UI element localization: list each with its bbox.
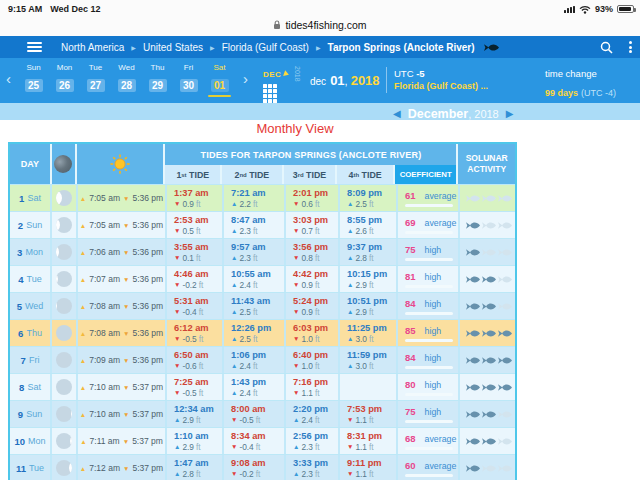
day-chip[interactable]: Thu 29 bbox=[142, 63, 173, 97]
fish-icon bbox=[466, 378, 480, 396]
tide-direction-icon: ▲ bbox=[231, 335, 237, 343]
tide-time: 7:16 pm bbox=[293, 376, 328, 388]
day-chip[interactable]: Wed 28 bbox=[111, 63, 142, 97]
tide-2-cell: 1:06 pm ▲2.4ft bbox=[224, 347, 286, 373]
calendar-grid-icon bbox=[263, 84, 289, 103]
menu-icon[interactable] bbox=[27, 40, 42, 54]
tide-direction-icon: ▼ bbox=[174, 362, 180, 370]
tide-4-cell: 8:55 pm ▲2.6ft bbox=[340, 212, 398, 238]
tide-height: 2.3 bbox=[239, 253, 251, 264]
fish-icon bbox=[466, 270, 480, 288]
tide-3-cell: 5:24 pm ▼0.9ft bbox=[286, 293, 340, 319]
tide-height: 2.6 bbox=[355, 226, 367, 237]
day-name: Tue bbox=[27, 274, 42, 284]
cellular-signal-icon bbox=[564, 6, 575, 13]
prev-month-arrow[interactable]: ◀ bbox=[393, 108, 401, 119]
tide-time: 8:09 pm bbox=[347, 187, 382, 199]
day-chip[interactable]: Fri 30 bbox=[173, 63, 204, 97]
tide-time: 1:37 am bbox=[174, 187, 209, 199]
tide-height: 2.9 bbox=[355, 307, 367, 318]
tide-direction-icon: ▲ bbox=[231, 281, 237, 289]
tide-time: 8:55 pm bbox=[347, 214, 382, 226]
next-week-chevron[interactable]: › bbox=[243, 70, 248, 87]
tide-unit: ft bbox=[256, 442, 261, 453]
tide-unit: ft bbox=[199, 334, 204, 345]
tide-1-cell: 1:47 am ▲2.8ft bbox=[167, 455, 224, 480]
tide-unit: ft bbox=[196, 253, 201, 264]
breadcrumb-state[interactable]: Florida (Gulf Coast) bbox=[222, 42, 309, 53]
sunrise-time: 7:05 am bbox=[89, 220, 120, 230]
tide-height: 3.0 bbox=[355, 334, 367, 345]
coefficient-label: high bbox=[425, 299, 442, 309]
day-chip-number: 28 bbox=[118, 79, 136, 92]
day-cell: 8 Sat bbox=[10, 374, 52, 400]
day-name: Mon bbox=[25, 247, 43, 257]
coefficient-label: high bbox=[425, 353, 442, 363]
tide-unit: ft bbox=[256, 469, 261, 480]
day-cell: 4 Tue bbox=[10, 266, 52, 292]
more-options-icon[interactable] bbox=[629, 40, 632, 55]
prev-week-chevron[interactable]: ‹ bbox=[6, 70, 11, 87]
sunset-icon: ▼ bbox=[123, 195, 129, 202]
day-number: 5 bbox=[17, 301, 22, 312]
table-row[interactable]: 3 Mon ▲ 7:06 am ▼ 5:36 pm 3:55 am ▼0.1ft… bbox=[10, 238, 515, 265]
breadcrumb-country[interactable]: United States bbox=[143, 42, 203, 53]
solunar-cell bbox=[460, 293, 519, 319]
tide-time: 8:31 pm bbox=[347, 430, 382, 442]
coefficient-bar bbox=[405, 231, 453, 234]
next-month-arrow[interactable]: ▶ bbox=[506, 108, 514, 119]
tide-time: 1:06 pm bbox=[231, 349, 266, 361]
tide-height: -0.5 bbox=[182, 388, 196, 399]
header-tide-1: 1st TIDE bbox=[165, 165, 222, 184]
fish-icon bbox=[482, 351, 496, 369]
tide-time: 10:51 pm bbox=[347, 295, 387, 307]
sunset-time: 5:36 pm bbox=[132, 220, 163, 230]
coefficient-value: 80 bbox=[405, 379, 416, 390]
month-calendar-button[interactable]: DEC bbox=[263, 63, 289, 103]
table-row[interactable]: 1 Sat ▲ 7:05 am ▼ 5:36 pm 1:37 am ▼0.9ft… bbox=[10, 184, 515, 211]
sunrise-time: 7:08 am bbox=[89, 328, 120, 338]
table-row[interactable]: 7 Fri ▲ 7:09 am ▼ 5:36 pm 6:50 am ▼-0.6f… bbox=[10, 346, 515, 373]
table-row[interactable]: 8 Sat ▲ 7:10 am ▼ 5:37 pm 7:25 am ▼-0.5f… bbox=[10, 373, 515, 400]
date-month-abbrev: dec bbox=[310, 76, 326, 87]
tide-time: 9:37 pm bbox=[347, 241, 382, 253]
day-number: 2 bbox=[18, 220, 23, 231]
tide-table-header: DAY TIDES FOR TARPON SPRINGS (ANCLOTE RI… bbox=[10, 144, 515, 184]
fish-icon bbox=[498, 351, 512, 369]
sunset-icon: ▼ bbox=[123, 384, 129, 391]
breadcrumb-continent[interactable]: North America bbox=[61, 42, 124, 53]
day-chip-name: Sun bbox=[18, 63, 49, 72]
breadcrumb-current-location[interactable]: Tarpon Springs (Anclote River) bbox=[328, 42, 475, 53]
table-row[interactable]: 5 Wed ▲ 7:08 am ▼ 5:36 pm 5:31 am ▼-0.4f… bbox=[10, 292, 515, 319]
tides-title: TIDES FOR TARPON SPRINGS (ANCLOTE RIVER) bbox=[165, 144, 456, 165]
tide-3-cell: 2:20 pm ▲2.4ft bbox=[286, 401, 340, 427]
table-row[interactable]: 9 Sun ▲ 7:10 am ▼ 5:37 pm 12:34 am ▲2.9f… bbox=[10, 400, 515, 427]
table-row[interactable]: 11 Tue ▲ 7:12 am ▼ 5:37 pm 1:47 am ▲2.8f… bbox=[10, 454, 515, 480]
coefficient-value: 75 bbox=[405, 406, 416, 417]
tide-height: 3.0 bbox=[355, 361, 367, 372]
fish-icon bbox=[466, 432, 480, 450]
table-row[interactable]: 4 Tue ▲ 7:07 am ▼ 5:36 pm 4:46 am ▼-0.2f… bbox=[10, 265, 515, 292]
table-row[interactable]: 6 Thu ▲ 7:08 am ▼ 5:36 pm 6:12 am ▼-0.5f… bbox=[10, 319, 515, 346]
day-chip-number: 01 bbox=[211, 79, 229, 92]
coefficient-label: high bbox=[425, 245, 442, 255]
tide-unit: ft bbox=[369, 280, 374, 291]
day-chip[interactable]: Sat 01 bbox=[204, 63, 235, 97]
address-bar[interactable]: tides4fishing.com bbox=[0, 19, 640, 31]
search-icon[interactable] bbox=[600, 41, 613, 54]
sunset-time: 5:36 pm bbox=[132, 247, 163, 257]
time-change-note: (UTC -4) bbox=[581, 88, 616, 98]
tide-direction-icon: ▲ bbox=[347, 200, 353, 208]
table-row[interactable]: 10 Mon ▲ 7:11 am ▼ 5:37 pm 1:10 am ▲2.9f… bbox=[10, 427, 515, 454]
day-chip-number: 30 bbox=[180, 79, 198, 92]
moon-cell bbox=[52, 347, 78, 373]
day-chip[interactable]: Sun 25 bbox=[18, 63, 49, 97]
tide-height: 2.3 bbox=[301, 442, 313, 453]
site-nav-bar: North America ▶ United States ▶ Florida … bbox=[0, 36, 640, 58]
day-chip[interactable]: Mon 26 bbox=[49, 63, 80, 97]
day-chip[interactable]: Tue 27 bbox=[80, 63, 111, 97]
tide-height: 2.8 bbox=[182, 469, 194, 480]
table-row[interactable]: 2 Sun ▲ 7:05 am ▼ 5:36 pm 2:53 am ▼0.5ft… bbox=[10, 211, 515, 238]
fish-icon bbox=[466, 297, 480, 315]
tide-height: 2.5 bbox=[239, 334, 251, 345]
